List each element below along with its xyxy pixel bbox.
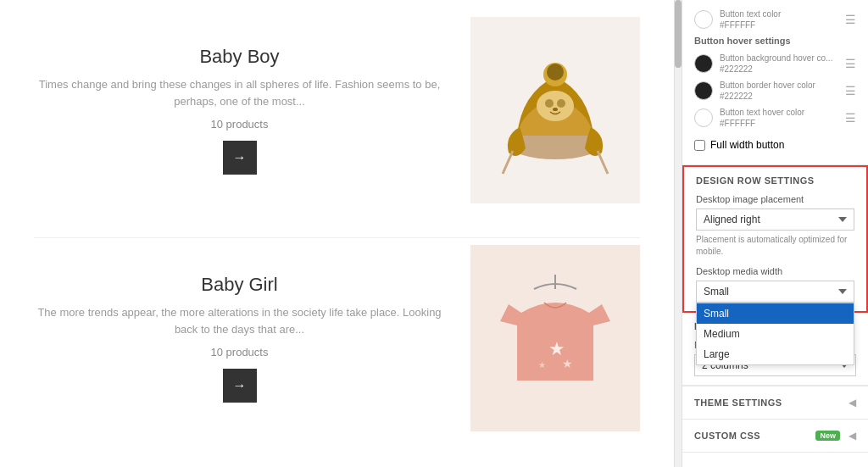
category-title-baby-boy: Baby Boy (34, 46, 445, 68)
button-text-color-row: Button text color #FFFFFF ☰ (694, 8, 856, 31)
desktop-media-width-dropdown: Small Medium Large (696, 303, 854, 365)
full-width-button-label: Full width button (710, 139, 784, 151)
button-bg-hover-menu[interactable]: ☰ (845, 57, 856, 70)
dropdown-option-small[interactable]: Small (697, 303, 854, 324)
desktop-image-placement-label: Desktop image placement (696, 194, 854, 204)
main-content: Baby Boy Times change and bring these ch… (0, 0, 675, 467)
svg-line-7 (503, 151, 513, 174)
full-width-button-checkbox[interactable] (694, 140, 705, 151)
svg-line-8 (598, 151, 608, 174)
arrow-area-baby-girl: → (34, 369, 445, 403)
category-image-baby-girl: ★ ★ ★ (470, 245, 640, 431)
arrow-button-baby-boy[interactable]: → (223, 141, 257, 175)
category-info-baby-boy: Baby Boy Times change and bring these ch… (34, 46, 445, 175)
button-text-hover-label: Button text hover color #FFFFFF (720, 107, 838, 129)
svg-point-3 (537, 91, 574, 121)
button-bg-hover-swatch[interactable] (694, 54, 713, 73)
right-panel: Button text color #FFFFFF ☰ Button hover… (682, 0, 868, 467)
button-text-color-swatch[interactable] (694, 10, 713, 29)
custom-css-row[interactable]: CUSTOM CSS New ◀ (682, 420, 868, 453)
custom-css-arrow: ◀ (849, 430, 856, 442)
button-text-hover-menu[interactable]: ☰ (845, 111, 856, 125)
desktop-media-width-container: Small Medium Large Small Medium Large (696, 281, 854, 303)
custom-css-right: New ◀ (815, 430, 856, 442)
category-info-baby-girl: Baby Girl The more trends appear, the mo… (34, 274, 445, 403)
product-count-baby-boy: 10 products (34, 118, 445, 131)
design-row-header: DESIGN ROW SETTINGS (696, 175, 854, 186)
design-row-settings-section: DESIGN ROW SETTINGS Desktop image placem… (682, 165, 868, 313)
dropdown-option-medium[interactable]: Medium (697, 324, 854, 344)
category-desc-baby-girl: The more trends appear, the more alterat… (34, 304, 445, 337)
category-block-baby-girl: Baby Girl The more trends appear, the mo… (34, 245, 640, 431)
scrollbar-track[interactable] (675, 0, 682, 467)
shirt-svg: ★ ★ ★ (487, 270, 623, 406)
custom-css-label: CUSTOM CSS (694, 431, 760, 441)
svg-point-2 (547, 64, 564, 81)
arrow-area-baby-boy: → (34, 141, 445, 175)
dropdown-option-large[interactable]: Large (697, 344, 854, 364)
theme-settings-row[interactable]: THEME SETTINGS ◀ (682, 386, 868, 420)
button-text-hover-swatch[interactable] (694, 108, 713, 127)
custom-css-badge: New (815, 431, 840, 441)
button-border-hover-menu[interactable]: ☰ (845, 84, 856, 97)
bottom-sections: THEME SETTINGS ◀ CUSTOM CSS New ◀ (682, 386, 868, 453)
theme-settings-arrow: ◀ (849, 397, 856, 409)
button-border-hover-color-row: Button border hover color #222222 ☰ (694, 80, 856, 102)
desktop-media-width-label: Desktop media width (696, 266, 854, 276)
button-bg-hover-color-row: Button background hover co... #222222 ☰ (694, 53, 856, 75)
button-border-hover-label: Button border hover color #222222 (720, 80, 838, 102)
category-desc-baby-boy: Times change and bring these changes in … (34, 76, 445, 109)
desktop-media-width-select[interactable]: Small Medium Large (696, 281, 854, 303)
button-text-color-section: Button text color #FFFFFF ☰ Button hover… (682, 0, 868, 165)
svg-text:★: ★ (538, 360, 546, 370)
category-block-baby-boy: Baby Boy Times change and bring these ch… (34, 17, 640, 203)
svg-text:★: ★ (562, 357, 573, 370)
product-count-baby-girl: 10 products (34, 346, 445, 359)
arrow-button-baby-girl[interactable]: → (223, 369, 257, 403)
scrollbar-thumb[interactable] (675, 0, 682, 68)
theme-settings-label: THEME SETTINGS (694, 398, 782, 408)
button-text-color-menu[interactable]: ☰ (845, 13, 856, 26)
svg-point-4 (545, 99, 554, 108)
placement-hint: Placement is automatically optimized for… (696, 234, 854, 258)
desktop-image-placement-select[interactable]: Aligned left Aligned right Centered (696, 208, 854, 231)
svg-point-5 (557, 99, 565, 108)
svg-point-6 (553, 108, 558, 111)
button-border-hover-swatch[interactable] (694, 81, 713, 100)
button-text-hover-color-row: Button text hover color #FFFFFF ☰ (694, 107, 856, 129)
button-text-color-label: Button text color #FFFFFF (720, 8, 838, 31)
section-divider (34, 237, 640, 238)
category-image-baby-boy (470, 17, 640, 203)
hat-svg (487, 42, 623, 178)
category-title-baby-girl: Baby Girl (34, 274, 445, 296)
button-bg-hover-label: Button background hover co... #222222 (720, 53, 838, 75)
hover-settings-label: Button hover settings (694, 36, 856, 46)
full-width-button-row: Full width button (694, 134, 856, 156)
